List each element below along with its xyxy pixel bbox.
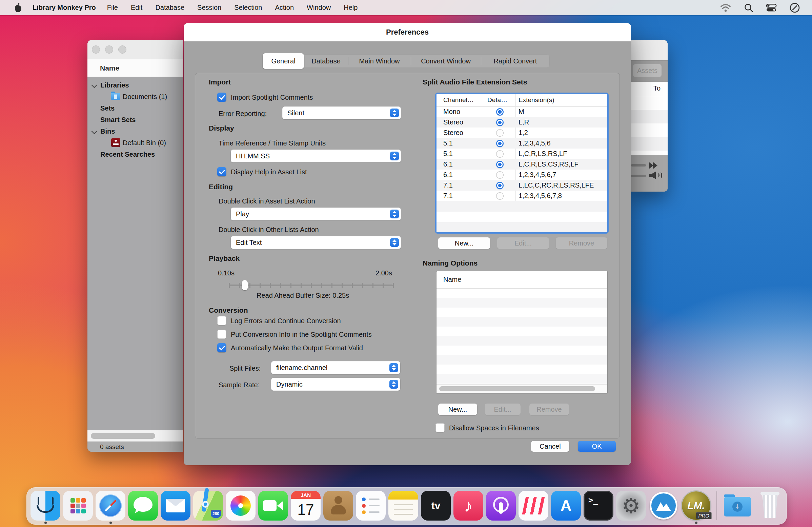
import-spotlight-checkbox[interactable] bbox=[217, 92, 227, 102]
menu-app-name[interactable]: Library Monkey Pro bbox=[32, 4, 96, 12]
clock-menu-icon[interactable] bbox=[789, 2, 800, 14]
dock-item-messages[interactable] bbox=[128, 491, 158, 521]
tree-item-libraries[interactable]: Libraries bbox=[87, 79, 183, 91]
menu-item-window[interactable]: Window bbox=[300, 0, 337, 15]
tab-general[interactable]: General bbox=[263, 53, 304, 69]
to-column-header[interactable]: To bbox=[653, 84, 661, 92]
speaker-icon[interactable] bbox=[649, 172, 656, 179]
dock-item-mountain-app[interactable] bbox=[649, 491, 679, 521]
dock-item-finder[interactable] bbox=[30, 491, 60, 521]
minimize-button[interactable] bbox=[105, 45, 113, 54]
default-radio[interactable] bbox=[496, 171, 504, 179]
extension-set-row[interactable]: 7.1L,LC,C,RC,R,LS,RS,LFE bbox=[436, 180, 607, 190]
extension-set-row[interactable]: MonoM bbox=[436, 106, 607, 117]
log-errors-checkbox[interactable] bbox=[217, 316, 227, 325]
assets-button[interactable]: Assets bbox=[633, 64, 662, 77]
menu-item-action[interactable]: Action bbox=[269, 0, 300, 15]
default-radio[interactable] bbox=[496, 108, 504, 116]
extension-set-row[interactable]: Stereo1,2 bbox=[436, 128, 607, 138]
naming-edit-button[interactable]: Edit... bbox=[484, 403, 521, 415]
tree-item-bins[interactable]: Bins bbox=[87, 126, 183, 137]
dock-item-appstore[interactable]: A bbox=[551, 491, 581, 521]
wifi-icon[interactable] bbox=[720, 2, 731, 14]
sample-rate-dropdown[interactable]: Dynamic bbox=[271, 378, 400, 391]
extension-set-row[interactable]: 6.11,2,3,4,5,6,7 bbox=[436, 170, 607, 180]
dblclick-other-lists-dropdown[interactable]: Edit Text bbox=[231, 236, 401, 249]
dock-item-launchpad[interactable] bbox=[63, 491, 93, 521]
conversion-info-checkbox[interactable] bbox=[217, 330, 227, 339]
scrollbar-thumb[interactable] bbox=[91, 433, 155, 439]
tree-item-smart-sets[interactable]: Smart Sets bbox=[87, 114, 183, 126]
menu-item-database[interactable]: Database bbox=[149, 0, 191, 15]
chevron-down-icon[interactable] bbox=[91, 129, 97, 134]
default-radio[interactable] bbox=[496, 119, 504, 126]
fast-forward-icon[interactable] bbox=[649, 162, 658, 169]
dock-item-settings[interactable]: ⚙ bbox=[616, 491, 646, 521]
error-reporting-dropdown[interactable]: Silent bbox=[282, 106, 401, 119]
menu-item-help[interactable]: Help bbox=[337, 0, 364, 15]
default-radio[interactable] bbox=[496, 150, 504, 158]
dock-item-downloads[interactable]: ↓ bbox=[723, 491, 752, 521]
chevron-down-icon[interactable] bbox=[91, 82, 97, 88]
tab-main-window[interactable]: Main Window bbox=[348, 54, 411, 68]
naming-horizontal-scrollbar[interactable] bbox=[436, 384, 607, 394]
naming-options-table[interactable]: Name bbox=[436, 271, 607, 394]
extension-new-button[interactable]: New... bbox=[438, 237, 490, 249]
menu-item-file[interactable]: File bbox=[101, 0, 125, 15]
tab-convert-window[interactable]: Convert Window bbox=[411, 54, 481, 68]
horizontal-scrollbar[interactable] bbox=[87, 430, 183, 442]
default-radio[interactable] bbox=[496, 140, 504, 147]
default-radio[interactable] bbox=[496, 192, 504, 200]
dock-item-news[interactable] bbox=[519, 491, 548, 521]
dock-item-contacts[interactable] bbox=[323, 491, 353, 521]
extension-set-row[interactable]: 7.11,2,3,4,5,6,7,8 bbox=[436, 190, 607, 201]
dock-item-maps[interactable]: 280 bbox=[193, 491, 223, 521]
menu-item-edit[interactable]: Edit bbox=[125, 0, 149, 15]
default-column-header[interactable]: Defa… bbox=[487, 96, 507, 104]
cancel-button[interactable]: Cancel bbox=[531, 441, 569, 452]
tree-item-recent-searches[interactable]: Recent Searches bbox=[87, 148, 183, 160]
dblclick-asset-list-dropdown[interactable]: Play bbox=[231, 208, 401, 220]
disallow-spaces-checkbox[interactable] bbox=[435, 423, 445, 432]
tree-item-sets[interactable]: Sets bbox=[87, 102, 183, 114]
dock-item-music[interactable]: ♪ bbox=[453, 491, 483, 521]
scrollbar-thumb[interactable] bbox=[439, 386, 595, 391]
tree-item-documents-1[interactable]: Documents (1) bbox=[87, 91, 183, 102]
naming-new-button[interactable]: New... bbox=[438, 403, 477, 415]
menu-item-session[interactable]: Session bbox=[191, 0, 228, 15]
extension-set-row[interactable]: 6.1L,C,R,LS,CS,RS,LF bbox=[436, 159, 607, 170]
split-files-dropdown[interactable]: filename.channel bbox=[271, 361, 400, 374]
extensions-column-header[interactable]: Extension(s) bbox=[519, 96, 554, 104]
extension-sets-table[interactable]: Channel… Defa… Extension(s) MonoMStereoL… bbox=[436, 94, 607, 232]
extension-set-row[interactable]: 5.11,2,3,4,5,6 bbox=[436, 138, 607, 148]
menu-item-selection[interactable]: Selection bbox=[228, 0, 269, 15]
tab-rapid-convert[interactable]: Rapid Convert bbox=[481, 54, 550, 68]
dock-item-terminal[interactable]: >_ bbox=[584, 491, 613, 521]
extension-set-row[interactable]: StereoL,R bbox=[436, 117, 607, 128]
dock-item-facetime[interactable] bbox=[258, 491, 288, 521]
ok-button[interactable]: OK bbox=[578, 441, 616, 452]
default-radio[interactable] bbox=[496, 182, 504, 189]
control-center-icon[interactable] bbox=[766, 2, 778, 14]
dock-item-appletv[interactable]: tv bbox=[421, 491, 451, 521]
tree-item-default-bin-0[interactable]: Default Bin (0) bbox=[87, 137, 183, 148]
dock-item-library-monkey-pro[interactable]: LM.PRO bbox=[681, 491, 711, 521]
dock-item-photos[interactable] bbox=[226, 491, 256, 521]
read-ahead-buffer-slider[interactable] bbox=[229, 280, 393, 290]
extension-remove-button[interactable]: Remove bbox=[556, 237, 607, 249]
dock-item-podcasts[interactable] bbox=[486, 491, 516, 521]
dialog-titlebar[interactable]: Preferences bbox=[184, 23, 631, 41]
naming-remove-button[interactable]: Remove bbox=[530, 403, 569, 415]
playback-slider[interactable] bbox=[631, 164, 646, 167]
name-column-header[interactable]: Name bbox=[443, 276, 461, 284]
library-window-titlebar[interactable] bbox=[87, 40, 183, 59]
dock-item-mail[interactable] bbox=[161, 491, 190, 521]
volume-slider[interactable] bbox=[631, 175, 646, 177]
close-button[interactable] bbox=[92, 45, 100, 54]
default-radio[interactable] bbox=[496, 161, 504, 168]
extension-set-row[interactable]: 5.1L,C,R,LS,RS,LF bbox=[436, 148, 607, 159]
zoom-button[interactable] bbox=[118, 45, 127, 54]
dock-item-reminders[interactable] bbox=[356, 491, 386, 521]
name-column-header[interactable]: Name bbox=[87, 59, 183, 77]
dock-item-trash[interactable] bbox=[755, 491, 785, 521]
